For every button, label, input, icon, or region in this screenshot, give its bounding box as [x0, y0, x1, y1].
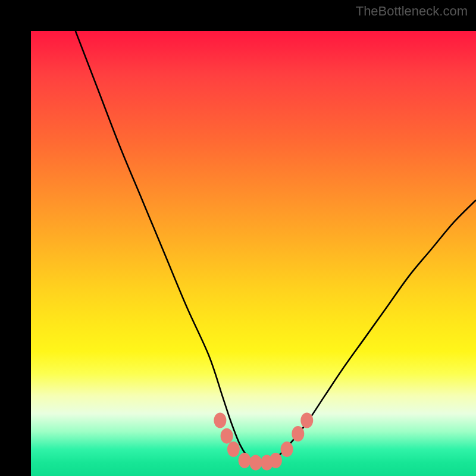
chart-svg — [31, 31, 476, 476]
curve-marker — [249, 455, 262, 471]
curve-markers — [214, 413, 313, 471]
curve-marker — [227, 441, 240, 457]
curve-marker — [292, 426, 304, 441]
chart-frame — [0, 0, 476, 476]
bottleneck-curve — [76, 31, 476, 463]
curve-marker — [281, 441, 293, 457]
curve-marker — [214, 413, 226, 428]
curve-marker — [270, 453, 282, 468]
curve-marker — [221, 428, 233, 444]
chart-plot-area — [31, 31, 476, 476]
curve-marker — [239, 453, 251, 468]
watermark-text: TheBottleneck.com — [356, 4, 468, 19]
curve-marker — [300, 413, 313, 428]
